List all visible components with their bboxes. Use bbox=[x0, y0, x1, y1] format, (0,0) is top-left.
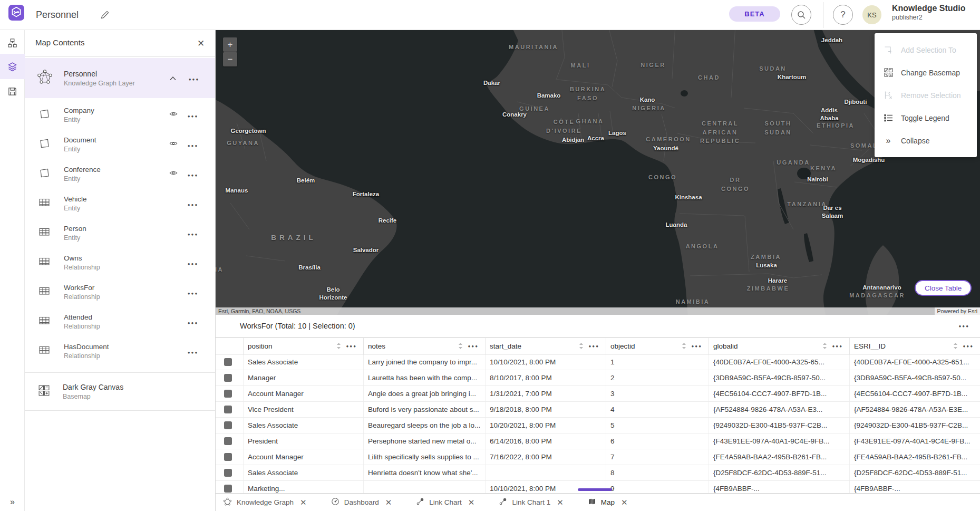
layer-row[interactable]: WorksFor Relationship ●●● bbox=[25, 277, 215, 307]
layer-name: Conference bbox=[64, 166, 164, 173]
column-header-objectid[interactable]: objectid●●● bbox=[606, 338, 709, 354]
column-menu-icon[interactable]: ●●● bbox=[346, 344, 357, 349]
layer-row[interactable]: Conference Entity ●●● bbox=[25, 159, 215, 189]
close-tab-icon[interactable]: ✕ bbox=[557, 498, 564, 507]
layer-type: Relationship bbox=[64, 323, 164, 330]
layer-group-menu-icon[interactable]: ●●● bbox=[189, 77, 200, 82]
layer-row[interactable]: Company Entity ●●● bbox=[25, 100, 215, 130]
zoom-in-button[interactable]: + bbox=[223, 37, 237, 52]
menu-item-collapse[interactable]: » Collapse bbox=[875, 129, 977, 152]
layer-menu-icon[interactable]: ●●● bbox=[188, 173, 199, 178]
column-header-start-date[interactable]: start_date●●● bbox=[486, 338, 606, 354]
app-window: Personnel BETA ? KS Knowledge Studio pub… bbox=[0, 0, 980, 511]
layer-row[interactable]: Owns Relationship ●●● bbox=[25, 248, 215, 277]
table-icon bbox=[37, 314, 52, 330]
layers-panel-icon[interactable] bbox=[0, 54, 25, 79]
row-checkbox[interactable] bbox=[224, 421, 232, 429]
expand-rail-icon[interactable]: » bbox=[0, 497, 25, 507]
layer-type: Entity bbox=[64, 234, 164, 242]
layer-menu-icon[interactable]: ●●● bbox=[188, 350, 199, 355]
cell-globalid: {AF524884-9826-478A-A53A-E3... bbox=[709, 402, 850, 417]
visibility-eye-icon[interactable] bbox=[164, 139, 182, 150]
column-header-globalid[interactable]: globalid●●● bbox=[709, 338, 850, 354]
row-checkbox[interactable] bbox=[224, 485, 232, 493]
search-button[interactable] bbox=[791, 5, 811, 25]
layer-menu-icon[interactable]: ●●● bbox=[188, 232, 199, 237]
visibility-eye-icon[interactable] bbox=[164, 109, 182, 121]
row-checkbox[interactable] bbox=[224, 390, 232, 398]
row-checkbox[interactable] bbox=[224, 358, 232, 366]
sort-icon[interactable] bbox=[953, 342, 958, 350]
column-menu-icon[interactable]: ●●● bbox=[832, 344, 843, 349]
column-menu-icon[interactable]: ●●● bbox=[963, 344, 974, 349]
table-rows: Sales Associate Larry joined the company… bbox=[216, 354, 980, 493]
avatar[interactable]: KS bbox=[862, 5, 881, 24]
help-button[interactable]: ? bbox=[833, 5, 853, 25]
data-model-icon[interactable] bbox=[0, 30, 25, 55]
cell-globalid: {4FB9ABBF-... bbox=[709, 481, 850, 493]
sort-icon[interactable] bbox=[458, 342, 463, 350]
cell-esri-id: {9249032D-E300-41B5-937F-C2B... bbox=[850, 418, 980, 433]
close-panel-icon[interactable]: ✕ bbox=[194, 36, 208, 50]
sort-icon[interactable] bbox=[579, 342, 584, 350]
visibility-eye-icon[interactable] bbox=[164, 168, 182, 180]
row-checkbox[interactable] bbox=[224, 453, 232, 461]
column-header-position[interactable]: position●●● bbox=[244, 338, 364, 354]
tab-dashboard[interactable]: Dashboard ✕ bbox=[331, 497, 392, 507]
horizontal-scrollbar[interactable] bbox=[578, 488, 612, 491]
collapse-chevron-icon[interactable] bbox=[162, 73, 183, 83]
app-logo-icon[interactable] bbox=[8, 5, 24, 21]
tab-link-chart[interactable]: Link Chart ✕ bbox=[416, 497, 474, 507]
column-menu-icon[interactable]: ●●● bbox=[589, 344, 600, 349]
sort-icon[interactable] bbox=[336, 342, 341, 350]
layer-row[interactable]: Attended Relationship ●●● bbox=[25, 307, 215, 336]
tab-map[interactable]: Map ✕ bbox=[588, 497, 628, 507]
layer-row[interactable]: Vehicle Entity ●●● bbox=[25, 189, 215, 218]
layer-row[interactable]: Document Entity ●●● bbox=[25, 130, 215, 159]
save-icon[interactable] bbox=[0, 79, 25, 104]
country-label: CAMEROON bbox=[646, 135, 691, 144]
map-attribution: Esri, Garmin, FAO, NOAA, USGS Powered by… bbox=[216, 307, 980, 315]
row-checkbox[interactable] bbox=[224, 374, 232, 382]
sort-icon[interactable] bbox=[682, 342, 686, 350]
cell-notes bbox=[364, 481, 486, 493]
layer-row[interactable]: HasDocument Relationship ●●● bbox=[25, 336, 215, 366]
layer-menu-icon[interactable]: ●●● bbox=[188, 203, 199, 207]
layer-menu-icon[interactable]: ●●● bbox=[188, 321, 199, 325]
polygon-icon bbox=[37, 166, 52, 182]
layer-menu-icon[interactable]: ●●● bbox=[188, 143, 199, 148]
layer-group-personnel[interactable]: Personnel Knowledge Graph Layer ●●● bbox=[25, 58, 215, 98]
edit-title-icon[interactable] bbox=[99, 9, 111, 21]
close-tab-icon[interactable]: ✕ bbox=[385, 498, 392, 507]
country-label: CONGO bbox=[648, 173, 677, 182]
basemap-row[interactable]: Dark Gray Canvas Basemap bbox=[25, 374, 215, 408]
city-label: Salvador bbox=[353, 246, 379, 254]
menu-item-toggle-legend[interactable]: Toggle Legend bbox=[875, 107, 977, 129]
row-checkbox[interactable] bbox=[224, 469, 232, 477]
layer-row[interactable]: Person Entity ●●● bbox=[25, 218, 215, 248]
column-header-esri-id[interactable]: ESRI__ID●●● bbox=[850, 338, 980, 354]
close-table-button[interactable]: Close Table bbox=[915, 280, 972, 296]
country-label: UGANDA bbox=[777, 158, 810, 167]
close-tab-icon[interactable]: ✕ bbox=[300, 498, 307, 507]
table-menu-icon[interactable]: ●●● bbox=[959, 324, 970, 329]
layer-menu-icon[interactable]: ●●● bbox=[188, 262, 199, 266]
zoom-out-button[interactable]: − bbox=[223, 52, 237, 66]
row-checkbox[interactable] bbox=[224, 406, 232, 413]
table-header: position●●● notes●●● start_date●●● objec… bbox=[216, 338, 980, 354]
tab-knowledge-graph[interactable]: Knowledge Graph ✕ bbox=[223, 497, 307, 508]
layer-menu-icon[interactable]: ●●● bbox=[188, 291, 199, 296]
column-menu-icon[interactable]: ●●● bbox=[468, 344, 479, 349]
cell-esri-id: {40DE0B7A-EF0E-4000-A325-651... bbox=[850, 354, 980, 370]
map-icon bbox=[588, 497, 596, 507]
close-tab-icon[interactable]: ✕ bbox=[621, 498, 628, 507]
sort-icon[interactable] bbox=[822, 342, 827, 350]
column-header-notes[interactable]: notes●●● bbox=[364, 338, 486, 354]
tab-link-chart-1[interactable]: Link Chart 1 ✕ bbox=[499, 497, 563, 507]
close-tab-icon[interactable]: ✕ bbox=[468, 498, 475, 507]
menu-item-change-basemap[interactable]: Change Basemap bbox=[875, 61, 977, 84]
row-checkbox[interactable] bbox=[224, 437, 232, 445]
layer-menu-icon[interactable]: ●●● bbox=[188, 114, 199, 119]
column-menu-icon[interactable]: ●●● bbox=[692, 344, 703, 349]
map-view[interactable]: MAURITANIAMALINIGERSUDANCHADBURKINA FASO… bbox=[216, 30, 980, 315]
